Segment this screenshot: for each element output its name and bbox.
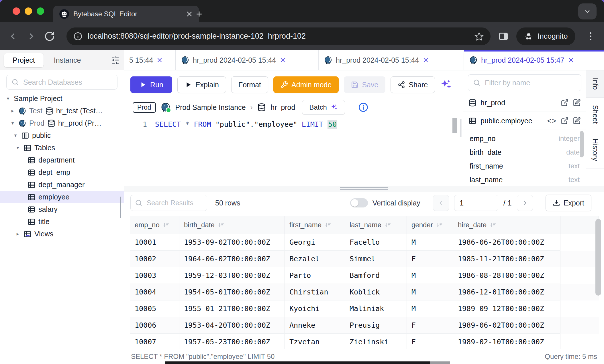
table-row[interactable]: 100051955-01-21T00:00:00ZKyoichiMaliniak… <box>130 300 599 317</box>
close-icon[interactable] <box>186 10 193 18</box>
column-header-hire-date[interactable]: hire_date <box>453 216 560 234</box>
batch-button[interactable]: Batch <box>302 100 345 115</box>
table-row[interactable]: 100021964-06-02T00:00:00ZBezalelSimmelF1… <box>130 251 599 267</box>
format-button[interactable]: Format <box>231 76 268 93</box>
ai-assistant-button[interactable] <box>440 78 452 91</box>
sql-editor[interactable]: 1 SELECT * FROM "public"."employee" LIMI… <box>124 116 459 186</box>
tree-item-table-employee[interactable]: employee <box>0 191 124 203</box>
tab-search-button[interactable] <box>578 3 597 19</box>
code-icon[interactable]: <> <box>547 117 557 125</box>
results-resize-divider[interactable] <box>124 186 604 192</box>
results-search[interactable] <box>130 195 207 211</box>
filter-by-name-input[interactable] <box>484 78 576 87</box>
side-panel-icon[interactable] <box>498 31 509 42</box>
tree-item-table-salary[interactable]: salary <box>0 203 124 215</box>
column-header-birth-date[interactable]: birth_date <box>179 216 285 234</box>
tree-item-views[interactable]: ▸ Views <box>0 228 124 240</box>
external-link-icon[interactable] <box>561 117 569 125</box>
back-button[interactable] <box>7 31 18 42</box>
database-search[interactable] <box>6 75 117 90</box>
tab-info[interactable]: Info <box>586 70 604 98</box>
table-row[interactable]: 100031959-12-03T00:00:00ZPartoBamfordM19… <box>130 267 599 284</box>
tab-sheet[interactable]: Sheet <box>586 98 604 131</box>
search-databases-input[interactable] <box>23 78 113 87</box>
prev-page-button[interactable] <box>433 195 449 211</box>
database-name[interactable]: hr_prod <box>270 103 295 112</box>
worksheet-tab-1[interactable]: 5 15:44 <box>124 50 176 70</box>
schema-filter[interactable] <box>468 74 581 91</box>
column-header-gender[interactable]: gender <box>407 216 453 234</box>
tree-item-schema-public[interactable]: ▾ public <box>0 129 124 142</box>
next-page-button[interactable] <box>517 195 533 211</box>
tab-project[interactable]: Project <box>4 53 44 67</box>
vertical-display-toggle[interactable] <box>350 198 368 207</box>
instance-name[interactable]: Prod Sample Instance <box>175 103 246 112</box>
tab-history[interactable]: History <box>586 131 604 169</box>
tree-item-tables[interactable]: ▾ Tables <box>0 142 124 154</box>
close-icon[interactable] <box>280 57 286 63</box>
external-link-icon[interactable] <box>561 99 569 107</box>
table-row[interactable]: 100061953-04-20T00:00:00ZAnnekePreusigF1… <box>130 317 599 334</box>
search-results-input[interactable] <box>146 199 203 207</box>
tree-item-table-dept-manager[interactable]: dept_manager <box>0 179 124 191</box>
schema-table-row[interactable]: public.employee <> <box>463 112 586 130</box>
schema-database-row[interactable]: hr_prod <box>463 94 586 112</box>
drag-handle[interactable] <box>460 119 462 137</box>
edit-icon[interactable] <box>573 99 581 107</box>
column-row[interactable]: first_name text <box>463 159 586 173</box>
column-row[interactable]: emp_no integer <box>463 132 586 145</box>
worksheet-tab-4-active[interactable]: hr_prod 2024-02-05 15:47 <box>464 50 604 70</box>
results-scrollbar[interactable] <box>595 219 601 296</box>
worksheet-tab-3[interactable]: hr_prod 2024-02-05 15:44 <box>319 50 464 70</box>
bookmark-star-icon[interactable] <box>474 32 484 41</box>
browser-tab[interactable]: Bytebase SQL Editor <box>53 6 199 22</box>
column-row[interactable]: birth_date date <box>463 145 586 159</box>
filter-settings-icon[interactable] <box>111 56 120 65</box>
run-button[interactable]: Run <box>130 76 172 93</box>
sort-icon[interactable] <box>162 221 170 229</box>
reload-button[interactable] <box>44 31 55 42</box>
info-icon[interactable] <box>358 102 368 112</box>
explain-button[interactable]: Explain <box>177 76 226 93</box>
table-row[interactable]: 100071957-05-23T00:00:00ZTzvetanZielinsk… <box>130 334 599 349</box>
forward-button[interactable] <box>26 31 37 42</box>
page-number-input[interactable] <box>454 195 498 211</box>
admin-mode-button[interactable]: Admin mode <box>273 76 339 93</box>
caret-down-icon[interactable]: ▾ <box>15 145 21 151</box>
maximize-window-button[interactable] <box>37 7 44 15</box>
new-tab-button[interactable] <box>195 10 203 18</box>
close-window-button[interactable] <box>13 7 20 15</box>
column-header-emp-no[interactable]: emp_no <box>130 216 179 234</box>
edit-icon[interactable] <box>573 117 581 125</box>
column-row[interactable]: last_name text <box>463 173 586 186</box>
export-button[interactable]: Export <box>546 195 591 211</box>
sort-icon[interactable] <box>384 221 392 229</box>
tree-item-hr-prod[interactable]: ▾ Prod hr_prod (Pr… <box>0 117 124 129</box>
address-bar[interactable]: localhost:8080/sql-editor/prod-sample-in… <box>66 27 491 45</box>
close-icon[interactable] <box>423 57 429 63</box>
caret-down-icon[interactable]: ▾ <box>10 120 15 126</box>
sort-icon[interactable] <box>489 221 497 229</box>
sidebar-resize-handle[interactable] <box>120 197 123 218</box>
share-button[interactable]: Share <box>391 76 435 93</box>
drag-handle[interactable] <box>340 187 388 190</box>
site-info-icon[interactable] <box>73 32 83 41</box>
caret-right-icon[interactable]: ▸ <box>15 231 21 237</box>
tree-item-table-dept-emp[interactable]: dept_emp <box>0 166 124 179</box>
caret-right-icon[interactable]: ▸ <box>10 108 15 114</box>
sort-icon[interactable] <box>324 221 332 229</box>
worksheet-tab-2[interactable]: hr_prod 2024-02-05 15:44 <box>176 50 319 70</box>
tree-item-project[interactable]: ▾ Sample Project <box>0 92 124 105</box>
caret-down-icon[interactable]: ▾ <box>5 96 11 102</box>
sql-code-line[interactable]: SELECT * FROM "public"."employee" LIMIT … <box>155 120 337 186</box>
column-header-last-name[interactable]: last_name <box>345 216 407 234</box>
tab-instance[interactable]: Instance <box>45 53 90 67</box>
panel-resize-divider[interactable] <box>459 70 463 186</box>
schema-scrollbar[interactable] <box>580 131 584 157</box>
table-row[interactable]: 100041954-05-01T00:00:00ZChirstianKoblic… <box>130 284 599 300</box>
minimize-window-button[interactable] <box>25 7 32 15</box>
tree-item-hr-test[interactable]: ▸ Test hr_test (Test… <box>0 105 124 117</box>
table-row[interactable]: 100011953-09-02T00:00:00ZGeorgiFacelloM1… <box>130 234 599 251</box>
browser-menu-button[interactable] <box>585 31 596 42</box>
tree-item-table-department[interactable]: department <box>0 154 124 166</box>
